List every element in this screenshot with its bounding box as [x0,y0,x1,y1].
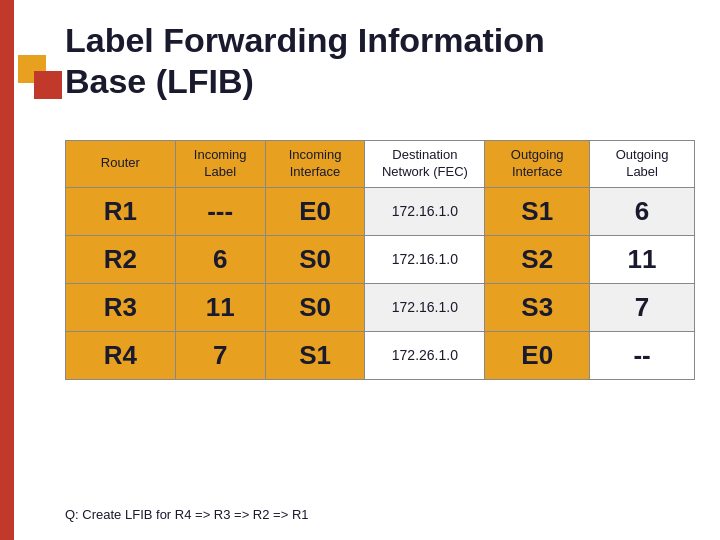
cell-incoming-interface: S1 [265,331,365,379]
lfib-table-container: Router Incoming Label Incoming Interface… [65,140,695,380]
table-row: R26S0172.16.1.0S211 [66,235,695,283]
cell-outgoing-label: -- [590,331,695,379]
cell-router: R1 [66,187,176,235]
cell-incoming-label: 6 [175,235,265,283]
slide: Label Forwarding Information Base (LFIB)… [0,0,720,540]
cell-outgoing-label: 6 [590,187,695,235]
header-destination-network: Destination Network (FEC) [365,141,485,188]
table-header-row: Router Incoming Label Incoming Interface… [66,141,695,188]
table-row: R47S1172.26.1.0E0-- [66,331,695,379]
header-incoming-interface: Incoming Interface [265,141,365,188]
cell-incoming-interface: S0 [265,235,365,283]
cell-outgoing-interface: S1 [485,187,590,235]
cell-incoming-label: 11 [175,283,265,331]
cell-router: R4 [66,331,176,379]
cell-outgoing-interface: S2 [485,235,590,283]
cell-incoming-interface: S0 [265,283,365,331]
header-outgoing-interface: Outgoing Interface [485,141,590,188]
accent-bar [0,0,14,540]
lfib-table: Router Incoming Label Incoming Interface… [65,140,695,380]
cell-destination: 172.16.1.0 [365,187,485,235]
table-row: R311S0172.16.1.0S37 [66,283,695,331]
table-row: R1---E0172.16.1.0S16 [66,187,695,235]
cell-router: R3 [66,283,176,331]
header-incoming-label: Incoming Label [175,141,265,188]
title-line2: Base (LFIB) [65,62,254,100]
cell-incoming-interface: E0 [265,187,365,235]
bottom-note: Q: Create LFIB for R4 => R3 => R2 => R1 [65,507,309,522]
title-area: Label Forwarding Information Base (LFIB) [65,20,545,102]
cell-outgoing-interface: E0 [485,331,590,379]
cell-outgoing-interface: S3 [485,283,590,331]
cell-destination: 172.16.1.0 [365,235,485,283]
title-line1: Label Forwarding Information [65,21,545,59]
cell-destination: 172.26.1.0 [365,331,485,379]
cell-router: R2 [66,235,176,283]
cell-destination: 172.16.1.0 [365,283,485,331]
deco-square-red [34,71,62,99]
cell-incoming-label: --- [175,187,265,235]
cell-incoming-label: 7 [175,331,265,379]
page-title: Label Forwarding Information Base (LFIB) [65,20,545,102]
cell-outgoing-label: 7 [590,283,695,331]
header-outgoing-label: Outgoing Label [590,141,695,188]
header-router: Router [66,141,176,188]
cell-outgoing-label: 11 [590,235,695,283]
